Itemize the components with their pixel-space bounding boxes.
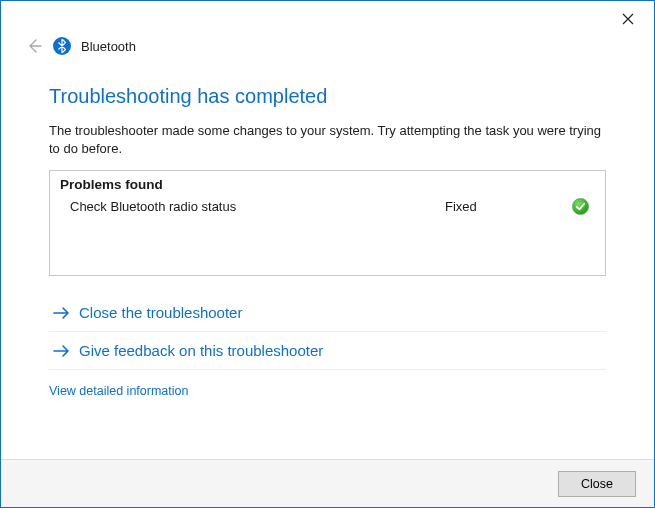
give-feedback-action[interactable]: Give feedback on this troubleshooter	[49, 332, 606, 370]
arrow-right-icon	[53, 306, 71, 320]
close-troubleshooter-action[interactable]: Close the troubleshooter	[49, 294, 606, 332]
header-title: Bluetooth	[81, 39, 136, 54]
action-label: Give feedback on this troubleshooter	[79, 342, 323, 359]
view-detailed-info-link[interactable]: View detailed information	[49, 384, 606, 398]
title-bar	[1, 1, 654, 37]
action-label: Close the troubleshooter	[79, 304, 242, 321]
problem-status: Fixed	[445, 199, 535, 214]
problems-header: Problems found	[60, 177, 595, 192]
problem-status-icon-cell	[535, 198, 595, 215]
problem-row: Check Bluetooth radio status Fixed	[60, 196, 595, 217]
check-icon	[572, 198, 589, 215]
troubleshooter-window: Bluetooth Troubleshooting has completed …	[0, 0, 655, 508]
footer: Close	[1, 459, 654, 507]
action-list: Close the troubleshooter Give feedback o…	[49, 294, 606, 370]
page-heading: Troubleshooting has completed	[49, 85, 606, 108]
problem-label: Check Bluetooth radio status	[70, 199, 445, 214]
close-icon	[622, 13, 634, 25]
arrow-right-icon	[53, 344, 71, 358]
back-button[interactable]	[25, 37, 43, 55]
page-description: The troubleshooter made some changes to …	[49, 122, 606, 158]
content-area: Troubleshooting has completed The troubl…	[1, 63, 654, 459]
window-close-button[interactable]	[612, 7, 644, 31]
bluetooth-icon	[53, 37, 71, 55]
header: Bluetooth	[1, 37, 654, 63]
close-button[interactable]: Close	[558, 471, 636, 497]
problems-box: Problems found Check Bluetooth radio sta…	[49, 170, 606, 276]
arrow-left-icon	[26, 38, 42, 54]
